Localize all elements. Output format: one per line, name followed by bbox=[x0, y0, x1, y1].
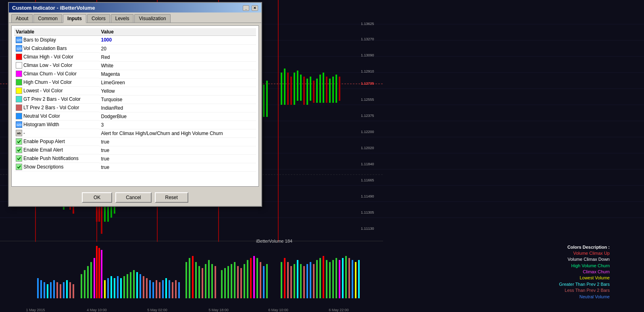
color-icon bbox=[16, 113, 22, 119]
param-variable-cell: Enable Popup Alert bbox=[14, 137, 99, 146]
table-row: Enable Email Alerttrue bbox=[14, 146, 256, 154]
bool-icon bbox=[16, 155, 22, 162]
tab-about[interactable]: About bbox=[11, 14, 33, 23]
bool-icon bbox=[16, 138, 22, 145]
param-variable-cell: Enable Push Notifications bbox=[14, 154, 99, 163]
table-row: Climax Churn - Vol ColorMagenta bbox=[14, 70, 256, 78]
table-row: Climax Low - Vol ColorWhite bbox=[14, 61, 256, 70]
param-label: Climax Low - Vol Color bbox=[23, 62, 72, 68]
ok-button[interactable]: OK bbox=[82, 192, 112, 203]
table-row: Lowest - Vol ColorYellow bbox=[14, 87, 256, 95]
param-label: Histogram Width bbox=[23, 122, 59, 127]
table-row: GT Prev 2 Bars - Vol ColorTurquoise bbox=[14, 95, 256, 104]
param-variable-cell: Show Descriptions bbox=[14, 163, 99, 171]
tabs-bar: About Common Inputs Colors Levels Visual… bbox=[9, 12, 261, 23]
param-label: Enable Popup Alert bbox=[23, 139, 65, 144]
tab-colors[interactable]: Colors bbox=[87, 14, 110, 23]
param-variable-cell: Neutral Vol Color bbox=[14, 112, 99, 121]
table-row: Enable Push Notificationstrue bbox=[14, 154, 256, 163]
param-variable-cell: High Churn - Vol Color bbox=[14, 78, 99, 87]
dialog-titlebar: Custom Indicator - iBetterVolume _ ✕ bbox=[9, 3, 261, 12]
param-value-cell: Turquoise bbox=[99, 95, 256, 104]
param-value-cell: true bbox=[99, 137, 256, 146]
color-icon bbox=[16, 96, 22, 102]
param-label: High Churn - Vol Color bbox=[23, 79, 72, 85]
minimize-button[interactable]: _ bbox=[243, 5, 249, 11]
param-variable-cell: 123Bars to Display bbox=[14, 36, 99, 44]
param-value-cell: IndianRed bbox=[99, 104, 256, 112]
bool-icon bbox=[16, 164, 22, 170]
color-icon bbox=[16, 104, 22, 111]
param-value-cell: Yellow bbox=[99, 87, 256, 95]
table-row: Climax High - Vol ColorRed bbox=[14, 53, 256, 61]
param-label: Show Descriptions bbox=[23, 164, 63, 170]
param-value-cell: Red bbox=[99, 53, 256, 61]
param-value-cell: White bbox=[99, 61, 256, 70]
dialog-content[interactable]: Variable Value 123Bars to Display1000123… bbox=[11, 25, 259, 187]
param-value-cell: Magenta bbox=[99, 70, 256, 78]
param-label: Neutral Vol Color bbox=[23, 113, 60, 119]
color-icon bbox=[16, 87, 22, 94]
param-variable-cell: 123Vol Calculation Bars bbox=[14, 44, 99, 53]
table-row: Show Descriptionstrue bbox=[14, 163, 256, 171]
param-value-cell: 3 bbox=[99, 121, 256, 129]
param-variable-cell: Climax High - Vol Color bbox=[14, 53, 99, 61]
table-row: Neutral Vol ColorDodgerBlue bbox=[14, 112, 256, 121]
param-label: Enable Email Alert bbox=[23, 147, 63, 153]
param-value-cell: true bbox=[99, 146, 256, 154]
param-label: LT Prev 2 Bars - Vol Color bbox=[23, 105, 79, 110]
param-variable-cell: Enable Email Alert bbox=[14, 146, 99, 154]
table-row: 123Bars to Display1000 bbox=[14, 36, 256, 45]
int-icon: 123 bbox=[16, 37, 22, 43]
param-variable-cell: LT Prev 2 Bars - Vol Color bbox=[14, 104, 99, 112]
ab-icon: ab bbox=[16, 130, 22, 136]
param-value-cell: 1000 bbox=[99, 36, 256, 45]
col-variable: Variable bbox=[14, 28, 99, 36]
table-row: LT Prev 2 Bars - Vol ColorIndianRed bbox=[14, 104, 256, 112]
dialog-title: Custom Indicator - iBetterVolume bbox=[12, 5, 95, 11]
param-value-cell: LimeGreen bbox=[99, 78, 256, 87]
close-button[interactable]: ✕ bbox=[252, 5, 258, 11]
color-icon bbox=[16, 62, 22, 69]
tab-visualization[interactable]: Visualization bbox=[134, 14, 170, 23]
param-variable-cell: 123Histogram Width bbox=[14, 121, 99, 129]
param-label: Enable Push Notifications bbox=[23, 156, 79, 161]
param-label: Bars to Display bbox=[23, 37, 56, 43]
param-variable-cell: Climax Low - Vol Color bbox=[14, 61, 99, 70]
int-icon: 123 bbox=[16, 121, 22, 128]
param-label: Vol Calculation Bars bbox=[23, 46, 67, 51]
tab-inputs[interactable]: Inputs bbox=[63, 14, 86, 23]
color-icon bbox=[16, 54, 22, 60]
tab-levels[interactable]: Levels bbox=[111, 14, 134, 23]
color-icon bbox=[16, 71, 22, 77]
cancel-button[interactable]: Cancel bbox=[115, 192, 151, 203]
param-variable-cell: Climax Churn - Vol Color bbox=[14, 70, 99, 78]
param-label: Climax Churn - Vol Color bbox=[23, 71, 77, 77]
table-row: 123Histogram Width3 bbox=[14, 121, 256, 129]
dialog: Custom Indicator - iBetterVolume _ ✕ Abo… bbox=[8, 2, 262, 207]
table-row: ab-Alert for Climax High/Low/Churn and H… bbox=[14, 129, 256, 137]
param-value-cell: true bbox=[99, 163, 256, 171]
int-icon: 123 bbox=[16, 45, 22, 52]
tab-common[interactable]: Common bbox=[33, 14, 62, 23]
dialog-buttons: OK Cancel Reset bbox=[9, 189, 261, 206]
bool-icon bbox=[16, 147, 22, 153]
param-label: GT Prev 2 Bars - Vol Color bbox=[23, 96, 81, 102]
param-variable-cell: GT Prev 2 Bars - Vol Color bbox=[14, 95, 99, 104]
color-icon bbox=[16, 79, 22, 85]
table-row: Enable Popup Alerttrue bbox=[14, 137, 256, 146]
param-label: - bbox=[23, 130, 25, 136]
param-label: Climax High - Vol Color bbox=[23, 54, 73, 60]
modal-overlay: Custom Indicator - iBetterVolume _ ✕ Abo… bbox=[0, 0, 644, 312]
param-label: Lowest - Vol Color bbox=[23, 88, 63, 94]
params-table: Variable Value 123Bars to Display1000123… bbox=[14, 28, 256, 172]
param-value-cell: 20 bbox=[99, 44, 256, 53]
param-value-cell: Alert for Climax High/Low/Churn and High… bbox=[99, 129, 256, 137]
param-value-cell: DodgerBlue bbox=[99, 112, 256, 121]
param-value-cell: true bbox=[99, 154, 256, 163]
param-variable-cell: Lowest - Vol Color bbox=[14, 87, 99, 95]
reset-button[interactable]: Reset bbox=[155, 192, 188, 203]
param-variable-cell: ab- bbox=[14, 129, 99, 137]
dialog-controls: _ ✕ bbox=[242, 4, 258, 11]
col-value: Value bbox=[99, 28, 256, 36]
